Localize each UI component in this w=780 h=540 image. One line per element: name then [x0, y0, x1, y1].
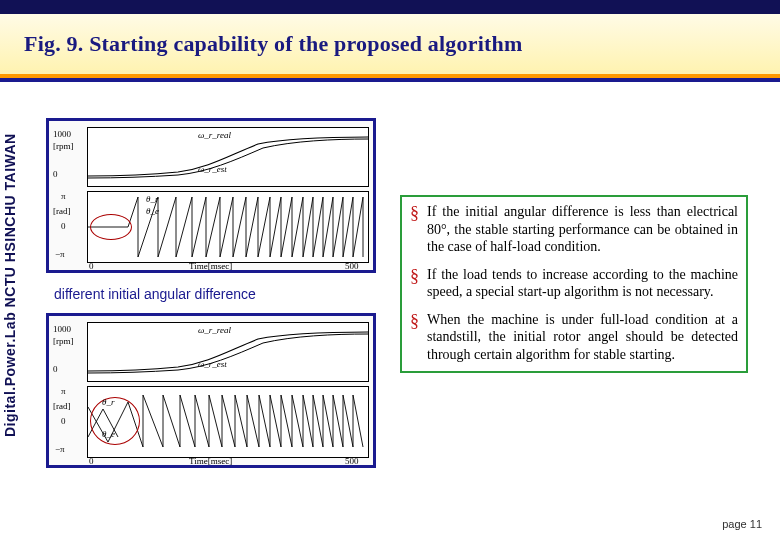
- bullet-icon: §: [410, 268, 419, 284]
- slide: Fig. 9. Starting capability of the propo…: [0, 0, 780, 540]
- highlight-ellipse-1: [90, 214, 132, 240]
- xlab-500-1: 500: [345, 261, 359, 271]
- xlab-0-1: 0: [89, 261, 94, 271]
- xlab-500-2: 500: [345, 456, 359, 466]
- bullet-row-1: § If the initial angular difference is l…: [410, 203, 738, 256]
- xlab-0-2: 0: [89, 456, 94, 466]
- bullet-icon: §: [410, 205, 419, 221]
- bullet-row-3: § When the machine is under full-load co…: [410, 311, 738, 364]
- trace-label-wr-real: ω_r_real: [198, 130, 231, 140]
- panel-rpm-2: ω_r_real ω_r_est: [87, 322, 369, 382]
- ylab-rpm-2: [rpm]: [53, 336, 74, 346]
- highlight-ellipse-2: [90, 397, 140, 445]
- trace-label-thr-2: θ_r: [102, 397, 114, 407]
- chart-bottom: ω_r_real ω_r_est 1000 [rpm] 0 θ_r θ_e π …: [46, 313, 376, 468]
- trace-label-the-2: θ_e: [102, 429, 115, 439]
- panel-angle-2: θ_r θ_e: [87, 386, 369, 458]
- ylab-0b-2: 0: [61, 416, 66, 426]
- xlab-time-2: Time[msec]: [189, 456, 232, 466]
- panel-rpm-1: ω_r_real ω_r_est: [87, 127, 369, 187]
- sidebar-label: Digital.Power.Lab NCTU HSINCHU TAIWAN: [2, 95, 24, 475]
- trace-label-wr-real-2: ω_r_real: [198, 325, 231, 335]
- trace-label-the-1: θ_e: [146, 206, 159, 216]
- ylab-rad-2: [rad]: [53, 401, 71, 411]
- ylab-0b-1: 0: [61, 221, 66, 231]
- page-number: page 11: [722, 518, 762, 530]
- bullet-text-1: If the initial angular difference is les…: [427, 203, 738, 256]
- ylab-1000-1: 1000: [53, 129, 71, 139]
- ylab-pi-2: π: [61, 386, 66, 396]
- trace-label-wr-est: ω_r_est: [198, 164, 227, 174]
- panel-angle-1: θ_r θ_e: [87, 191, 369, 263]
- ylab-0-1: 0: [53, 169, 58, 179]
- ylab-pi-1: π: [61, 191, 66, 201]
- ylab-npi-1: −π: [55, 249, 65, 259]
- ylab-1000-2: 1000: [53, 324, 71, 334]
- top-band: [0, 0, 780, 14]
- figure-area: ω_r_real ω_r_est 1000 [rpm] 0 θ_r θ_e π …: [46, 118, 382, 468]
- chart-top: ω_r_real ω_r_est 1000 [rpm] 0 θ_r θ_e π …: [46, 118, 376, 273]
- ylab-rad-1: [rad]: [53, 206, 71, 216]
- ylab-rpm-1: [rpm]: [53, 141, 74, 151]
- bullet-icon: §: [410, 313, 419, 329]
- bullet-row-2: § If the load tends to increase accordin…: [410, 266, 738, 301]
- bullets-box: § If the initial angular difference is l…: [400, 195, 748, 373]
- bullet-text-2: If the load tends to increase according …: [427, 266, 738, 301]
- bullet-text-3: When the machine is under full-load cond…: [427, 311, 738, 364]
- accent-bar-blue: [0, 78, 780, 82]
- ylab-npi-2: −π: [55, 444, 65, 454]
- trace-label-thr-1: θ_r: [146, 194, 158, 204]
- xlab-time-1: Time[msec]: [189, 261, 232, 271]
- title-band: Fig. 9. Starting capability of the propo…: [0, 14, 780, 74]
- trace-label-wr-est-2: ω_r_est: [198, 359, 227, 369]
- ylab-0-2: 0: [53, 364, 58, 374]
- page-title: Fig. 9. Starting capability of the propo…: [24, 31, 522, 57]
- mid-caption: different initial angular difference: [54, 286, 382, 302]
